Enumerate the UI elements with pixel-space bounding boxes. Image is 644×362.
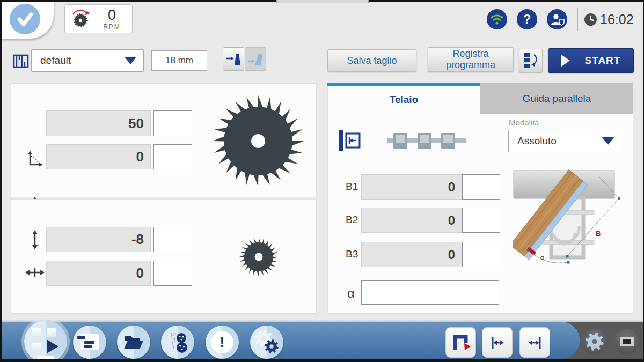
b1-input[interactable] — [462, 174, 500, 200]
program-list-button[interactable] — [519, 49, 543, 72]
scoring-blade-height-input[interactable] — [153, 227, 192, 252]
blade-left-icon — [225, 51, 241, 67]
play-icon — [561, 55, 570, 67]
main-blade-angle-field[interactable]: 0 — [46, 144, 151, 169]
check-icon — [16, 11, 34, 27]
start-button[interactable]: START — [548, 48, 634, 73]
rpm-unit: RPM — [103, 24, 121, 30]
mode-value: Assoluto — [517, 135, 557, 147]
blade-profile-select[interactable]: default — [31, 49, 144, 72]
diagram-alpha-label: α — [540, 254, 544, 261]
chevron-down-icon — [602, 137, 614, 145]
scoring-blade-offset-input[interactable] — [153, 261, 192, 286]
bezel-bottom — [0, 359, 644, 362]
folder-button[interactable] — [117, 326, 150, 359]
grid-square — [32, 343, 41, 352]
alpha-label: α — [347, 286, 355, 301]
move-right-icon — [525, 333, 545, 353]
header-divider — [577, 8, 578, 31]
gear-small-icon — [265, 339, 279, 353]
main-blade-height-input[interactable] — [153, 110, 192, 136]
mode-label: Modalità — [509, 118, 539, 127]
lateral-offset-icon — [25, 265, 45, 280]
b1-field[interactable]: 0 — [361, 174, 462, 200]
help-button[interactable]: ? — [517, 9, 537, 29]
clock-icon — [584, 13, 597, 26]
display-icon — [620, 337, 634, 346]
settings-button[interactable] — [250, 326, 283, 359]
alerts-button[interactable]: ! — [206, 326, 239, 359]
frame-guard-icon — [451, 333, 471, 353]
scoring-blade-offset-field[interactable]: 0 — [46, 261, 151, 286]
thickness-input[interactable]: 18 mm — [151, 50, 207, 71]
system-settings-button[interactable] — [582, 329, 608, 354]
main-blade-image — [213, 95, 305, 188]
program-list-icon — [523, 52, 539, 69]
fence-stop-1[interactable] — [393, 133, 407, 149]
save-cut-button[interactable]: Salva taglio — [327, 49, 416, 72]
blade-left-toggle[interactable] — [223, 47, 244, 71]
display-button[interactable] — [614, 329, 640, 354]
section-divider — [338, 159, 623, 159]
b3-label: B3 — [346, 248, 358, 260]
time-text: 16:02 — [600, 12, 634, 27]
b2-field[interactable]: 0 — [361, 208, 462, 233]
confirm-button[interactable] — [10, 4, 40, 34]
folder-icon — [123, 334, 144, 350]
main-blade-height-field[interactable]: 50 — [46, 110, 151, 136]
wifi-button[interactable] — [487, 9, 507, 29]
record-program-button[interactable]: Registra programma — [428, 47, 514, 72]
grid-square — [32, 328, 41, 337]
tools-button[interactable] — [161, 326, 194, 359]
blade-right-icon — [247, 51, 264, 67]
wifi-icon — [489, 12, 504, 26]
tab-telaio[interactable]: Telaio — [327, 86, 480, 113]
rpm-gauge: 0 RPM — [64, 4, 133, 33]
scoring-blade-height-field[interactable]: -8 — [46, 227, 151, 252]
question-icon: ? — [523, 12, 531, 27]
blade-profile-value: default — [40, 55, 71, 67]
height-icon — [27, 230, 42, 249]
tab-guida-parallela[interactable]: Guida parallela — [480, 83, 633, 114]
confirm-tab — [0, 0, 54, 39]
move-left-stop-button[interactable] — [482, 327, 513, 358]
chevron-down-icon — [125, 57, 136, 64]
cutting-diagram: B α — [513, 166, 625, 271]
angle-icon — [26, 150, 43, 167]
system-gear-icon — [586, 333, 604, 351]
list-icon — [80, 334, 99, 350]
fence-stop-2[interactable] — [418, 133, 431, 149]
top-drawer-handle[interactable] — [276, 0, 369, 3]
ruler-icon — [13, 53, 29, 69]
program-menu-button[interactable] — [73, 326, 106, 359]
main-blade-angle-input[interactable] — [153, 144, 192, 169]
alpha-input[interactable] — [361, 280, 499, 305]
run-play-icon — [47, 339, 58, 353]
tools-icon — [166, 331, 189, 353]
machine-hmi-screen: 0 RPM ? 16:02 — [0, 0, 644, 362]
scoring-blade-panel: -8 0 — [11, 199, 317, 314]
b1-label: B1 — [346, 181, 358, 193]
b3-field[interactable]: 0 — [361, 242, 462, 267]
scoring-blade-image — [239, 238, 278, 276]
grid-square — [47, 328, 56, 337]
mode-select[interactable]: Assoluto — [508, 130, 621, 152]
diagram-b-label: B — [596, 230, 601, 238]
fence-stop-3[interactable] — [441, 133, 455, 149]
b3-input[interactable] — [462, 242, 500, 267]
move-left-icon — [487, 333, 508, 353]
b2-label: B2 — [346, 214, 358, 226]
exclamation-icon: ! — [211, 331, 233, 353]
saw-rpm-icon — [69, 8, 92, 30]
frame-guard-button[interactable] — [445, 327, 476, 358]
user-button[interactable] — [547, 9, 567, 29]
rpm-value: 0 — [108, 8, 116, 23]
main-blade-panel: 50 0 — [11, 83, 317, 197]
bezel-left — [0, 0, 2, 362]
dock-left-icon — [338, 129, 361, 152]
move-right-stop-button[interactable] — [519, 327, 550, 358]
blade-right-toggle[interactable] — [245, 47, 266, 71]
start-label: START — [585, 55, 621, 67]
b2-input[interactable] — [462, 208, 500, 233]
user-shield-icon — [549, 12, 565, 27]
